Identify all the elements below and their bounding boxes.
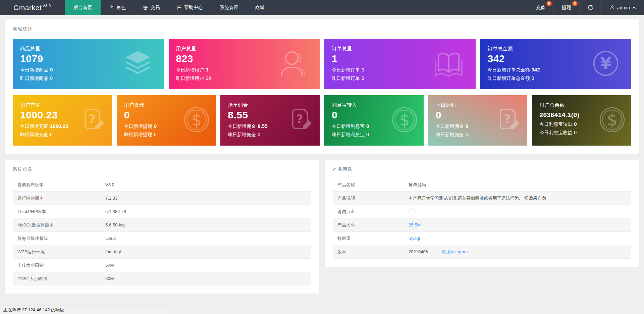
nav-item-system-manage[interactable]: 系统管理 bbox=[211, 0, 247, 15]
info-row-label: WEB运行环境 bbox=[17, 249, 105, 255]
info-row-1: 当前程序版本V3.0 bbox=[13, 178, 311, 192]
doc-question-pencil-icon: ? bbox=[287, 106, 314, 135]
dollar-circle-icon: $ bbox=[598, 106, 626, 135]
product-team-title: 产品团队 bbox=[333, 166, 631, 172]
stat-cards-row-1: 商品总量1079今日新增商品0昨日新增商品0用户总量823今日新增用户1昨日新增… bbox=[13, 39, 631, 89]
nav-item-label: 帮助中心 bbox=[184, 5, 203, 11]
info-row-value: 抢单源码 bbox=[409, 182, 426, 188]
info-row-label: 数据库 bbox=[337, 235, 409, 242]
info-row-4: 产品大小25.5M bbox=[333, 218, 631, 232]
stat-card-interest-transfer-in: 利息宝转入0今日新增利息宝0昨日新增利息宝0$ bbox=[324, 95, 424, 146]
system-info-panel: 系统信息 当前程序版本V3.0运行PHP版本7.2.33ThinkPHP版本5.… bbox=[5, 160, 319, 294]
stat-card-line2-value: 0 bbox=[466, 132, 468, 137]
top-navbar: GmarketV3.0 后台首页角色交易帮助中心系统管理商城 充值 0 提现 0… bbox=[0, 0, 644, 15]
nav-item-label: 商城 bbox=[255, 5, 265, 11]
info-row-8: POST大小限制50M bbox=[13, 272, 311, 285]
svg-text:?: ? bbox=[89, 112, 96, 126]
user-menu[interactable]: admin bbox=[601, 0, 644, 15]
withdraw-badge: 0 bbox=[572, 1, 578, 6]
stat-card-line1-value: 8.55 bbox=[258, 123, 267, 129]
info-row-7: 上传大小限制50M bbox=[13, 259, 311, 272]
stat-card-user-balance-total: 用户总余额2636414.1(0)今日利息宝转出0今日利息宝收益0$ bbox=[532, 95, 631, 146]
browser-status-bar: 正在等待 27.124.46.142 的响应... bbox=[0, 306, 169, 314]
refresh-button[interactable] bbox=[579, 0, 601, 15]
recharge-button[interactable]: 充值 0 bbox=[528, 0, 553, 15]
nav-item-trade[interactable]: 交易 bbox=[134, 0, 168, 15]
info-row-2: 运行PHP版本7.2.33 bbox=[13, 192, 311, 205]
nav-item-home[interactable]: 后台首页 bbox=[65, 0, 101, 15]
stat-card-line1-label: 今日新增佣金 bbox=[228, 123, 256, 129]
stat-card-line2-label: 昨日新增用户 bbox=[176, 75, 204, 81]
info-row-label: 当前程序版本 bbox=[17, 182, 105, 188]
stats-panel-title: 商城统计 bbox=[13, 26, 631, 32]
doc-question-pencil-icon: ? bbox=[79, 106, 107, 135]
stat-card-order-amount-total: 订单总金额342今日新增订单总金额342昨日新增订单总金额0¥ bbox=[480, 39, 632, 89]
info-row-value: 本产品只为学习测试交流,请勿要做商业或者用于违法行为,一切后果自负 bbox=[409, 195, 546, 201]
mall-stats-panel: 商城统计 商品总量1079今日新增商品0昨日新增商品0用户总量823今日新增用户… bbox=[5, 19, 639, 154]
stat-card-line2-value: 0 bbox=[50, 75, 53, 81]
chevron-up-icon bbox=[632, 6, 636, 9]
nav-item-mall[interactable]: 商城 bbox=[247, 0, 273, 15]
nav-item-help-center[interactable]: 帮助中心 bbox=[168, 0, 211, 15]
stat-card-grab-order-commission: 抢单佣金8.55今日新增佣金8.55昨日新增佣金0? bbox=[220, 95, 320, 146]
info-row-label: 产品大小 bbox=[337, 222, 409, 228]
info-row-value: V3.0 bbox=[105, 182, 114, 187]
stat-card-line2-label: 昨日新增佣金 bbox=[228, 132, 256, 137]
username: admin bbox=[617, 5, 630, 10]
app-version: V3.0 bbox=[43, 4, 51, 8]
withdraw-label: 提现 bbox=[562, 5, 571, 11]
stat-card-line2-label: 昨日新增佣金 bbox=[436, 132, 464, 137]
stat-card-line2-value: 29 bbox=[206, 75, 211, 81]
info-row-value: fpm-fcgi bbox=[105, 249, 121, 254]
recharge-label: 充值 bbox=[536, 5, 545, 11]
info-row-value: 50M bbox=[105, 263, 114, 268]
telegram-contact-link[interactable]: 联系telegram bbox=[442, 249, 468, 255]
flag-icon bbox=[177, 5, 182, 10]
system-info-table: 当前程序版本V3.0运行PHP版本7.2.33ThinkPHP版本5.1.38 … bbox=[13, 178, 311, 285]
stat-card-line2-label: 昨日新增利息宝 bbox=[332, 132, 365, 137]
stat-card-line1-value: 0 bbox=[50, 67, 53, 72]
stat-card-line2-label: 昨日新增提现 bbox=[124, 132, 152, 137]
info-row-4: MySQL数据库版本5.6.50-log bbox=[13, 218, 311, 232]
svg-text:$: $ bbox=[192, 110, 202, 129]
broken-image-404-icon[interactable]: 404 bbox=[409, 208, 416, 215]
status-text: 正在等待 27.124.46.142 的响应... bbox=[3, 307, 68, 313]
person-icon bbox=[109, 5, 114, 10]
info-row-label: 版本 bbox=[337, 249, 409, 255]
svg-text:$: $ bbox=[399, 110, 410, 129]
withdraw-button[interactable]: 提现 0 bbox=[553, 0, 579, 15]
stat-card-line2-label: 昨日新增充值 bbox=[20, 132, 48, 137]
nav-item-label: 系统管理 bbox=[220, 5, 238, 11]
info-row-link[interactable]: mysql bbox=[409, 236, 420, 241]
system-info-title: 系统信息 bbox=[13, 166, 311, 172]
stat-card-line2-value: 0 bbox=[366, 132, 369, 137]
stat-card-line1-label: 今日新增充值 bbox=[20, 123, 48, 129]
info-row-label: 产品名称 bbox=[337, 182, 409, 188]
nav-item-roles[interactable]: 角色 bbox=[101, 0, 134, 15]
stat-card-line2-label: 今日利息宝收益 bbox=[539, 130, 572, 135]
stat-card-line2-value: 0 bbox=[258, 132, 260, 137]
info-row-link[interactable]: 25.5M bbox=[409, 222, 421, 227]
nav-item-label: 后台首页 bbox=[73, 5, 92, 11]
main-content: 商城统计 商品总量1079今日新增商品0昨日新增商品0用户总量823今日新增用户… bbox=[0, 15, 644, 294]
stat-card-line1-label: 今日新增用户 bbox=[176, 67, 204, 72]
bottom-panels: 系统信息 当前程序版本V3.0运行PHP版本7.2.33ThinkPHP版本5.… bbox=[5, 160, 639, 294]
dollar-circle-icon: $ bbox=[183, 106, 210, 135]
info-row-6: 版本20210406联系telegram bbox=[333, 245, 631, 259]
refresh-icon bbox=[588, 5, 593, 10]
svg-text:?: ? bbox=[296, 112, 303, 126]
stat-card-product-total: 商品总量1079今日新增商品0昨日新增商品0 bbox=[13, 39, 164, 89]
navbar-right-actions: 充值 0 提现 0 admin bbox=[528, 0, 644, 15]
info-row-label: 上传大小限制 bbox=[17, 262, 105, 268]
main-menu: 后台首页角色交易帮助中心系统管理商城 bbox=[65, 0, 273, 15]
stat-card-line2-value: 0 bbox=[154, 132, 157, 137]
stat-card-line1-label: 今日新增利息宝 bbox=[332, 123, 365, 129]
stat-card-line2-label: 昨日新增订单总金额 bbox=[488, 75, 530, 81]
info-row-label: MySQL数据库版本 bbox=[17, 222, 105, 228]
app-logo[interactable]: GmarketV3.0 bbox=[0, 0, 65, 15]
stat-card-order-total: 订单总量1今日新增订单1昨日新增订单0 bbox=[324, 39, 476, 89]
stat-card-line1-label: 今日新增佣金 bbox=[436, 123, 464, 129]
app-logo-text: Gmarket bbox=[13, 4, 42, 12]
stat-card-user-recharge: 用户充值1000.23今日新增充值1000.23昨日新增充值0? bbox=[13, 95, 112, 146]
info-row-label: 服务器操作系统 bbox=[17, 235, 105, 242]
